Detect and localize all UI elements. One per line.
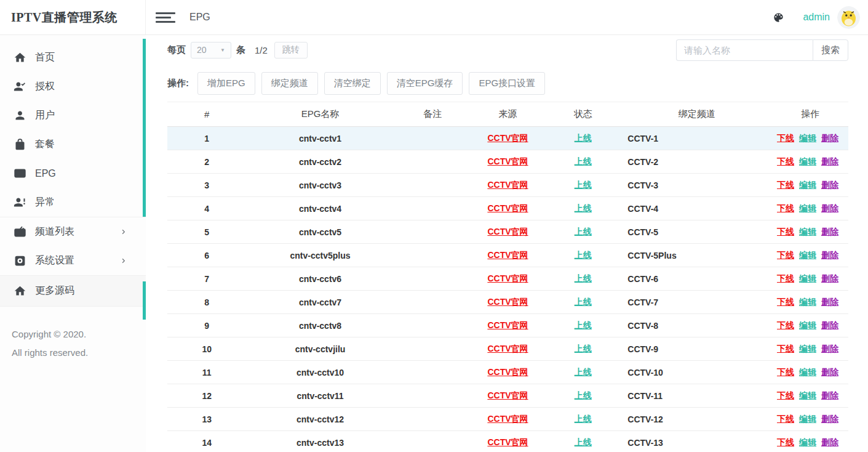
username-link[interactable]: admin xyxy=(803,12,830,23)
note-cell xyxy=(394,174,471,197)
delete-link[interactable]: 删除 xyxy=(821,133,838,143)
edit-link[interactable]: 编辑 xyxy=(799,180,816,190)
sidebar-item-套餐[interactable]: 套餐 xyxy=(0,130,146,159)
clear-binding-button[interactable]: 清空绑定 xyxy=(324,72,381,95)
source-link[interactable]: CCTV官网 xyxy=(487,297,528,307)
sidebar-item-首页[interactable]: 首页 xyxy=(0,43,146,72)
status-link[interactable]: 上线 xyxy=(575,437,592,447)
epg-api-settings-button[interactable]: EPG接口设置 xyxy=(469,72,545,95)
per-page-select[interactable]: 20 ▼ xyxy=(191,42,231,59)
delete-link[interactable]: 删除 xyxy=(821,437,838,447)
status-link[interactable]: 上线 xyxy=(575,250,592,260)
sidebar-item-EPG[interactable]: EPG xyxy=(0,159,146,188)
source-link[interactable]: CCTV官网 xyxy=(487,273,528,283)
edit-link[interactable]: 编辑 xyxy=(799,203,816,213)
edit-link[interactable]: 编辑 xyxy=(799,156,816,166)
source-link[interactable]: CCTV官网 xyxy=(487,156,528,166)
status-link[interactable]: 上线 xyxy=(575,156,592,166)
bind-channel-button[interactable]: 绑定频道 xyxy=(261,72,318,95)
status-link[interactable]: 上线 xyxy=(575,227,592,236)
sidebar-item-授权[interactable]: 授权 xyxy=(0,72,146,101)
sidebar-item-用户[interactable]: 用户 xyxy=(0,101,146,130)
edit-link[interactable]: 编辑 xyxy=(799,367,816,377)
clear-epg-cache-button[interactable]: 清空EPG缓存 xyxy=(387,72,463,95)
status-link[interactable]: 上线 xyxy=(575,203,592,213)
edit-link[interactable]: 编辑 xyxy=(799,320,816,330)
edit-link[interactable]: 编辑 xyxy=(799,133,816,143)
delete-link[interactable]: 删除 xyxy=(821,390,838,400)
delete-link[interactable]: 删除 xyxy=(821,227,838,236)
search-button[interactable]: 搜索 xyxy=(813,39,848,61)
source-link[interactable]: CCTV官网 xyxy=(487,320,528,330)
offline-link[interactable]: 下线 xyxy=(777,437,794,447)
source-link[interactable]: CCTV官网 xyxy=(487,390,528,400)
edit-link[interactable]: 编辑 xyxy=(799,414,816,424)
table-body: 1cntv-cctv1CCTV官网上线CCTV-1下线编辑删除2cntv-cct… xyxy=(167,127,848,452)
add-epg-button[interactable]: 增加EPG xyxy=(197,72,255,95)
edit-link[interactable]: 编辑 xyxy=(799,297,816,307)
offline-link[interactable]: 下线 xyxy=(777,320,794,330)
delete-link[interactable]: 删除 xyxy=(821,297,838,307)
status-link[interactable]: 上线 xyxy=(575,367,592,377)
scrollbar-thumb-bottom[interactable] xyxy=(143,281,146,320)
offline-link[interactable]: 下线 xyxy=(777,390,794,400)
offline-link[interactable]: 下线 xyxy=(777,156,794,166)
delete-link[interactable]: 删除 xyxy=(821,367,838,377)
jump-button[interactable]: 跳转 xyxy=(274,42,308,59)
delete-link[interactable]: 删除 xyxy=(821,156,838,166)
source-link[interactable]: CCTV官网 xyxy=(487,367,528,377)
offline-link[interactable]: 下线 xyxy=(777,203,794,213)
source-link[interactable]: CCTV官网 xyxy=(487,180,528,190)
copyright-line: Copyright © 2020. xyxy=(12,329,146,339)
scrollbar-thumb-top[interactable] xyxy=(143,39,146,217)
sidebar: IPTV直播管理系统 首页授权用户套餐EPG异常频道列表系统设置更多源码 Cop… xyxy=(0,0,146,452)
status-link[interactable]: 上线 xyxy=(575,297,592,307)
source-link[interactable]: CCTV官网 xyxy=(487,203,528,213)
status-link[interactable]: 上线 xyxy=(575,344,592,353)
sidebar-item-频道列表[interactable]: 频道列表 xyxy=(0,217,146,246)
edit-link[interactable]: 编辑 xyxy=(799,273,816,283)
offline-link[interactable]: 下线 xyxy=(777,273,794,283)
offline-link[interactable]: 下线 xyxy=(777,414,794,424)
status-link[interactable]: 上线 xyxy=(575,320,592,330)
source-link[interactable]: CCTV官网 xyxy=(487,227,528,236)
status-link[interactable]: 上线 xyxy=(575,180,592,190)
user-avatar[interactable] xyxy=(837,6,860,29)
source-link[interactable]: CCTV官网 xyxy=(487,437,528,447)
source-link[interactable]: CCTV官网 xyxy=(487,414,528,424)
delete-link[interactable]: 删除 xyxy=(821,344,838,353)
edit-link[interactable]: 编辑 xyxy=(799,250,816,260)
delete-link[interactable]: 删除 xyxy=(821,180,838,190)
status-link[interactable]: 上线 xyxy=(575,133,592,143)
status-link[interactable]: 上线 xyxy=(575,414,592,424)
edit-link[interactable]: 编辑 xyxy=(799,437,816,447)
status-link[interactable]: 上线 xyxy=(575,273,592,283)
offline-link[interactable]: 下线 xyxy=(777,133,794,143)
offline-link[interactable]: 下线 xyxy=(777,227,794,236)
edit-link[interactable]: 编辑 xyxy=(799,344,816,353)
search-input[interactable] xyxy=(676,39,813,61)
delete-link[interactable]: 删除 xyxy=(821,320,838,330)
status-cell: 上线 xyxy=(544,291,621,314)
offline-link[interactable]: 下线 xyxy=(777,297,794,307)
edit-link[interactable]: 编辑 xyxy=(799,227,816,236)
offline-link[interactable]: 下线 xyxy=(777,250,794,260)
status-link[interactable]: 上线 xyxy=(575,390,592,400)
column-header: EPG名称 xyxy=(246,102,394,127)
source-link[interactable]: CCTV官网 xyxy=(487,250,528,260)
offline-link[interactable]: 下线 xyxy=(777,180,794,190)
edit-link[interactable]: 编辑 xyxy=(799,390,816,400)
delete-link[interactable]: 删除 xyxy=(821,250,838,260)
source-link[interactable]: CCTV官网 xyxy=(487,344,528,353)
offline-link[interactable]: 下线 xyxy=(777,367,794,377)
delete-link[interactable]: 删除 xyxy=(821,203,838,213)
sidebar-item-系统设置[interactable]: 系统设置 xyxy=(0,246,146,275)
theme-palette-icon[interactable] xyxy=(773,12,784,23)
delete-link[interactable]: 删除 xyxy=(821,414,838,424)
source-link[interactable]: CCTV官网 xyxy=(487,133,528,143)
offline-link[interactable]: 下线 xyxy=(777,344,794,353)
menu-toggle-icon[interactable] xyxy=(156,12,175,23)
delete-link[interactable]: 删除 xyxy=(821,273,838,283)
sidebar-item-更多源码[interactable]: 更多源码 xyxy=(0,276,146,306)
sidebar-item-异常[interactable]: 异常 xyxy=(0,188,146,217)
